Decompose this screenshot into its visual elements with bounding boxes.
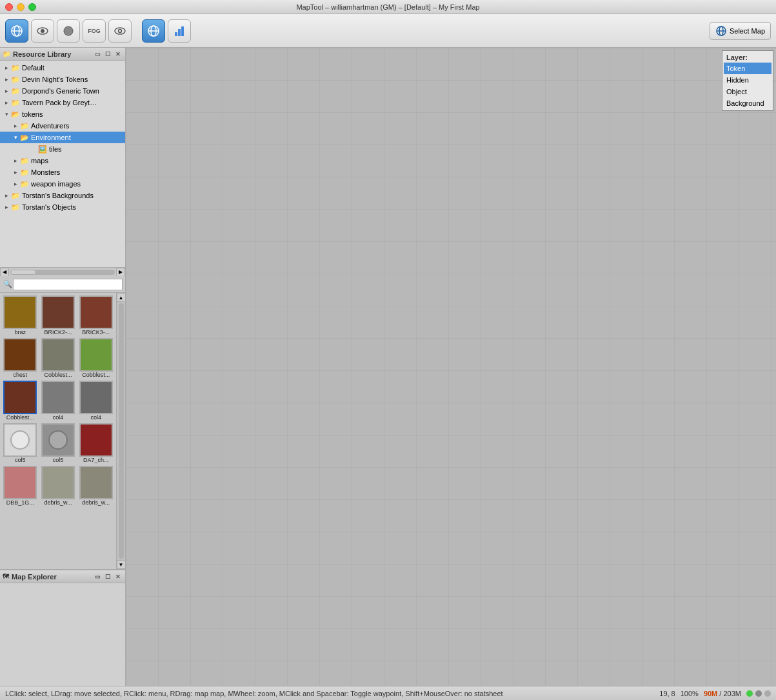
thumb-cobblest2[interactable]: Cobblest... — [78, 338, 114, 378]
svg-rect-13 — [181, 26, 184, 36]
visibility-tool-button[interactable] — [108, 19, 132, 43]
float-map-explorer-icon[interactable]: ☐ — [103, 572, 112, 581]
thumb-col4a[interactable]: col4 — [41, 381, 76, 421]
resource-library: 📁 Resource Library ▭ ☐ ✕ ▸ 📁 Default — [0, 48, 125, 570]
thumb-debris1[interactable]: debris_w... — [41, 466, 76, 506]
search-input[interactable] — [13, 279, 123, 290]
globe-tool-button[interactable] — [5, 19, 28, 43]
thumb-col5a[interactable]: col5 — [3, 423, 38, 463]
status-zoom: 100% — [681, 690, 699, 697]
tree-item-environment[interactable]: ▾ 📂 Environment — [0, 132, 125, 143]
tree-toggle-monsters: ▸ — [12, 168, 19, 176]
chart-tool-button[interactable] — [168, 19, 191, 43]
layer-item-hidden[interactable]: Hidden — [724, 74, 771, 86]
tree-toggle-torstans-bg: ▸ — [3, 192, 10, 199]
minimize-button[interactable] — [17, 3, 25, 11]
scroll-left-button[interactable]: ◀ — [0, 268, 9, 277]
tree-item-torstans-bg[interactable]: ▸ 📁 Torstan's Backgrounds — [0, 190, 125, 201]
layer-item-background[interactable]: Background — [724, 97, 771, 109]
tree-item-tokens[interactable]: ▾ 📂 tokens — [0, 108, 125, 120]
grid-area[interactable]: Layer: Token Hidden Object Background — [126, 48, 776, 686]
thumb-da7ch[interactable]: DA7_ch... — [78, 423, 114, 463]
svg-point-6 — [115, 28, 125, 34]
resource-library-title: Resource Library — [13, 50, 71, 58]
thumb-brick3[interactable]: BRICK3-... — [78, 295, 114, 335]
tree-item-weapon-images[interactable]: ▸ 📁 weapon images — [0, 178, 125, 190]
window-buttons — [5, 3, 36, 11]
minimize-panel-icon[interactable]: ▭ — [93, 50, 102, 59]
tree-item-default[interactable]: ▸ 📁 Default — [0, 62, 125, 74]
folder-icon-torstans-bg: 📁 — [10, 191, 21, 200]
folder-icon-default: 📁 — [10, 63, 21, 72]
thumb-debris2[interactable]: debris_w... — [78, 466, 114, 506]
thumb-grid: braz BRICK2-... BRICK3-... chest — [0, 293, 116, 569]
thumb-braz[interactable]: braz — [3, 295, 38, 335]
tree-item-tavern[interactable]: ▸ 📁 Tavern Pack by Greytale - Gri — [0, 97, 125, 108]
folder-icon-tiles: 🖼️ — [37, 145, 48, 154]
tree-label-tavern: Tavern Pack by Greytale - Gri — [22, 99, 99, 106]
scroll-up-button[interactable]: ▲ — [117, 293, 126, 302]
thumb-chest[interactable]: chest — [3, 338, 38, 378]
tree-item-torstans-obj[interactable]: ▸ 📁 Torstan's Objects — [0, 201, 125, 213]
tree-item-devin[interactable]: ▸ 📁 Devin Night's Tokens — [0, 74, 125, 85]
tree-item-tiles[interactable]: ▸ 🖼️ tiles — [0, 143, 125, 155]
thumb-cobblest1[interactable]: Cobblest... — [41, 338, 76, 378]
mem-separator: / — [719, 690, 721, 697]
tree-label-dorpond: Dorpond's Generic Town — [22, 87, 99, 95]
fog-tool-button[interactable]: FOG — [83, 19, 106, 43]
scroll-down-button[interactable]: ▼ — [117, 560, 126, 569]
tree-item-adventurers[interactable]: ▸ 📁 Adventurers — [0, 120, 125, 132]
tree-item-maps[interactable]: ▸ 📁 maps — [0, 155, 125, 166]
close-button[interactable] — [5, 3, 13, 11]
tree-label-devin: Devin Night's Tokens — [22, 75, 88, 83]
search-bar: 🔍 — [0, 276, 125, 293]
close-map-explorer-icon[interactable]: ✕ — [114, 572, 123, 581]
tree-toggle-adventurers: ▸ — [12, 122, 19, 130]
thumb-col5b[interactable]: col5 — [41, 423, 76, 463]
thumb-scrollbar[interactable]: ▲ ▼ — [116, 293, 125, 569]
tree-item-dorpond[interactable]: ▸ 📁 Dorpond's Generic Town — [0, 85, 125, 97]
minimize-map-explorer-icon[interactable]: ▭ — [93, 572, 102, 581]
layer-item-token[interactable]: Token — [724, 63, 771, 74]
mem-total: 203M — [723, 690, 741, 697]
eye-tool-button[interactable] — [31, 19, 54, 43]
tree-scrollbar[interactable]: ◀ ▶ — [0, 267, 125, 276]
thumb-wrapper: braz BRICK2-... BRICK3-... chest — [0, 293, 125, 569]
status-right: 19, 8 100% 90M / 203M — [659, 690, 771, 697]
tree-item-monsters[interactable]: ▸ 📁 Monsters — [0, 166, 125, 178]
scroll-right-button[interactable]: ▶ — [116, 268, 125, 277]
map-explorer-title: Map Explorer — [12, 573, 57, 581]
close-panel-icon[interactable]: ✕ — [114, 50, 123, 59]
tree-label-weapon-images: weapon images — [31, 180, 81, 188]
tree-label-torstans-bg: Torstan's Backgrounds — [22, 192, 94, 199]
toolbar-right: Select Map — [710, 22, 771, 40]
map-explorer: 🗺 Map Explorer ▭ ☐ ✕ — [0, 570, 125, 686]
status-dot-3 — [764, 690, 771, 697]
float-panel-icon[interactable]: ☐ — [103, 50, 112, 59]
select-map-button[interactable]: Select Map — [710, 22, 771, 40]
thumb-dbb1g[interactable]: DBB_1G... — [3, 466, 38, 506]
main-toolbar: FOG Select Map — [0, 14, 776, 48]
layer-item-object[interactable]: Object — [724, 86, 771, 97]
tree-toggle-maps: ▸ — [12, 157, 19, 165]
tree-toggle-default: ▸ — [3, 64, 10, 72]
folder-icon-weapon-images: 📁 — [19, 179, 30, 188]
tree-view[interactable]: ▸ 📁 Default ▸ 📁 Devin Night's Tokens ▸ 📁… — [0, 61, 125, 267]
scroll-thumb[interactable] — [10, 270, 36, 275]
thumb-cobblest3[interactable]: Cobblest... — [3, 381, 38, 421]
svg-rect-18 — [126, 48, 776, 686]
tree-label-tokens: tokens — [22, 110, 43, 118]
select-tool-button[interactable] — [142, 19, 165, 43]
thumb-col4b[interactable]: col4 — [78, 381, 114, 421]
folder-icon-monsters: 📁 — [19, 168, 30, 177]
main-content: 📁 Resource Library ▭ ☐ ✕ ▸ 📁 Default — [0, 48, 776, 686]
maximize-button[interactable] — [28, 3, 36, 11]
panel-header-icons: ▭ ☐ ✕ — [93, 50, 123, 59]
thumb-brick2[interactable]: BRICK2-... — [41, 295, 76, 335]
map-explorer-icon: 🗺 — [3, 573, 9, 580]
map-explorer-header-icons: ▭ ☐ ✕ — [93, 572, 123, 581]
map-explorer-content — [0, 583, 125, 686]
layer-panel-label: Layer: — [724, 52, 771, 63]
circle-tool-button[interactable] — [57, 19, 80, 43]
status-dot-2 — [755, 690, 762, 697]
